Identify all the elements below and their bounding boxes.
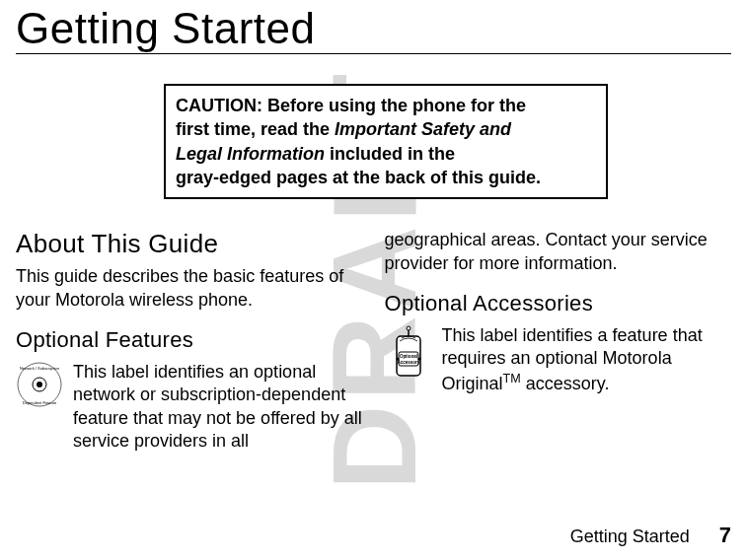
page-title: Getting Started bbox=[16, 0, 731, 54]
network-subscription-icon: Network / Subscription Dependent Feature bbox=[16, 361, 63, 408]
svg-text:Optional: Optional bbox=[399, 354, 416, 359]
optional-features-heading: Optional Features bbox=[16, 327, 363, 353]
right-column: geographical areas. Contact your service… bbox=[385, 229, 732, 453]
svg-text:Accessory: Accessory bbox=[397, 360, 419, 365]
caution-line4: gray-edged pages at the back of this gui… bbox=[176, 166, 596, 189]
caution-box: CAUTION: Before using the phone for the … bbox=[164, 84, 608, 199]
svg-text:Dependent Feature: Dependent Feature bbox=[23, 400, 57, 405]
page-footer: Getting Started 7 bbox=[570, 523, 731, 548]
two-column-layout: About This Guide This guide describes th… bbox=[16, 229, 731, 453]
caution-line1: Before using the phone for the bbox=[262, 96, 526, 115]
left-column: About This Guide This guide describes th… bbox=[16, 229, 363, 453]
caution-prefix: CAUTION: bbox=[176, 96, 262, 115]
optional-accessories-block: Optional Accessory This label identifies… bbox=[385, 324, 732, 395]
svg-text:Network / Subscription: Network / Subscription bbox=[20, 366, 59, 371]
caution-line3-rest: included in the bbox=[325, 144, 455, 164]
svg-point-10 bbox=[396, 357, 399, 360]
about-guide-body: This guide describes the basic features … bbox=[16, 265, 363, 312]
caution-line2-italic: Important Safety and bbox=[335, 119, 511, 139]
page-container: Getting Started CAUTION: Before using th… bbox=[0, 0, 747, 560]
svg-point-11 bbox=[417, 357, 420, 360]
continued-body: geographical areas. Contact your service… bbox=[385, 229, 732, 275]
optional-accessories-body: This label identifies a feature that req… bbox=[442, 324, 732, 395]
accessory-text-b: accessory. bbox=[521, 374, 610, 393]
optional-features-body: This label identifies an optional networ… bbox=[73, 361, 363, 454]
footer-section: Getting Started bbox=[570, 526, 690, 547]
about-guide-heading: About This Guide bbox=[16, 229, 363, 259]
footer-page-number: 7 bbox=[719, 523, 731, 548]
accessory-tm: TM bbox=[503, 372, 521, 385]
svg-point-6 bbox=[407, 326, 411, 330]
optional-features-block: Network / Subscription Dependent Feature… bbox=[16, 361, 363, 454]
svg-point-1 bbox=[37, 382, 42, 387]
optional-accessory-icon: Optional Accessory bbox=[385, 324, 432, 380]
optional-accessories-heading: Optional Accessories bbox=[385, 291, 732, 316]
caution-line3-italic: Legal Information bbox=[176, 144, 325, 164]
caution-line2a: first time, read the bbox=[176, 119, 335, 139]
